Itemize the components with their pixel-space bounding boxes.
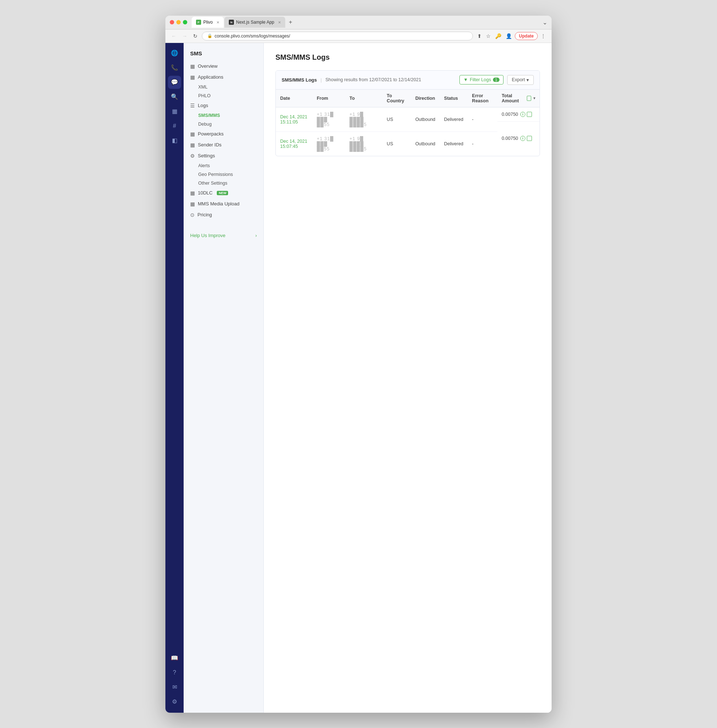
sidebar-help-link[interactable]: Help Us Improve ›: [184, 229, 263, 242]
overview-icon: ▦: [190, 63, 195, 69]
sidebar-item-10dlc-label: 10DLC: [198, 190, 212, 196]
addressbar: ← → ↻ 🔒 console.plivo.com/sms/logs/messa…: [165, 29, 552, 43]
cell-from-1: +1 31█ ███ ██55: [312, 131, 345, 156]
sidebar-item-mms-media[interactable]: ▦ MMS Media Upload: [184, 198, 263, 209]
help-chevron-icon: ›: [255, 233, 257, 238]
nav-icon-sms[interactable]: 💬: [168, 76, 181, 89]
sidebar-item-powerpacks[interactable]: ▦ Powerpacks: [184, 129, 263, 140]
nav-sidebar: SMS ▦ Overview ▦ Applications XML PHLO ☰: [184, 43, 264, 713]
sidebar-item-pricing-label: Pricing: [197, 212, 212, 218]
sidebar-sub-other-settings[interactable]: Other Settings: [184, 179, 263, 187]
row-checkbox-1[interactable]: [527, 136, 532, 141]
sidebar-item-settings[interactable]: ⚙ Settings: [184, 151, 263, 161]
profile-button[interactable]: 👤: [504, 32, 513, 40]
nav-icon-settings[interactable]: ⚙: [168, 695, 181, 708]
share-button[interactable]: ⬆: [476, 32, 483, 40]
sidebar-item-applications[interactable]: ▦ Applications: [184, 72, 263, 83]
cell-date-0[interactable]: Dec 14, 2021 15:11:05: [276, 107, 312, 131]
filter-logs-button[interactable]: ▼ Filter Logs 1: [459, 75, 503, 84]
sidebar-help-section: Help Us Improve ›: [184, 229, 263, 242]
logs-panel-header: SMS/MMS Logs | Showing results from 12/0…: [276, 71, 540, 90]
sidebar-item-overview[interactable]: ▦ Overview: [184, 61, 263, 72]
bookmark-button[interactable]: ☆: [485, 32, 492, 40]
maximize-button[interactable]: [183, 20, 187, 24]
update-button[interactable]: Update: [515, 32, 538, 40]
tabs-more-button[interactable]: ⌄: [543, 19, 547, 26]
filter-logs-label: Filter Logs: [470, 77, 491, 82]
sidebar-sub-xml[interactable]: XML: [184, 83, 263, 91]
sidebar-item-sender-ids-label: Sender IDs: [198, 142, 221, 148]
nav-icon-grid[interactable]: ▦: [168, 105, 181, 118]
tab-plivo-close[interactable]: ✕: [217, 20, 219, 24]
col-to-country: To Country: [383, 90, 411, 107]
forward-button[interactable]: →: [181, 32, 189, 40]
logs-date-range: Showing results from 12/07/2021 to 12/14…: [325, 77, 421, 82]
nextjs-favicon: N: [229, 20, 234, 25]
back-button[interactable]: ←: [170, 32, 178, 40]
nav-icon-panel[interactable]: ◧: [168, 134, 181, 147]
sidebar-item-powerpacks-label: Powerpacks: [198, 131, 224, 137]
cell-country-0: US: [383, 107, 411, 131]
nav-icon-message[interactable]: ✉: [168, 681, 181, 694]
settings-icon: ⚙: [190, 153, 195, 159]
sidebar-item-logs[interactable]: ☰ Logs: [184, 100, 263, 111]
logs-icon: ☰: [190, 103, 195, 108]
lock-icon: 🔒: [207, 34, 212, 38]
total-amount-label: Total Amount: [502, 93, 525, 104]
nav-icon-book[interactable]: 📖: [168, 652, 181, 665]
sidebar-sub-alerts[interactable]: Alerts: [184, 161, 263, 170]
nav-icon-globe[interactable]: 🌐: [168, 47, 181, 60]
refresh-button[interactable]: ↻: [192, 32, 199, 40]
export-label: Export: [512, 77, 525, 82]
export-button[interactable]: Export ▾: [507, 75, 534, 85]
powerpacks-icon: ▦: [190, 131, 195, 137]
sidebar-sub-smsmms[interactable]: SMS/MMS: [184, 111, 263, 120]
address-box[interactable]: 🔒 console.plivo.com/sms/logs/messages/: [202, 32, 473, 40]
cell-status-1: Delivered: [440, 131, 468, 156]
tab-nextjs-close[interactable]: ✕: [278, 20, 281, 24]
cell-status-0: Delivered: [440, 107, 468, 131]
amount-info-icon-0[interactable]: i: [520, 112, 525, 117]
logs-title-group: SMS/MMS Logs | Showing results from 12/0…: [282, 77, 421, 83]
sidebar-item-pricing[interactable]: ⊙ Pricing: [184, 209, 263, 220]
col-direction: Direction: [411, 90, 440, 107]
plivo-favicon: P: [196, 20, 201, 25]
logs-table-body: Dec 14, 2021 15:11:05 +1 31█ ███ ██55 +1…: [276, 107, 540, 156]
logs-panel-title: SMS/MMS Logs: [282, 77, 317, 83]
nav-icon-phone[interactable]: 📞: [168, 61, 181, 74]
sidebar-sub-debug[interactable]: Debug: [184, 120, 263, 129]
sender-ids-icon: ▦: [190, 142, 195, 148]
help-us-improve-label: Help Us Improve: [190, 233, 226, 238]
dlc-icon: ▦: [190, 190, 195, 196]
new-tab-button[interactable]: +: [286, 19, 295, 26]
row-checkbox-0[interactable]: [527, 112, 532, 117]
cell-date-1[interactable]: Dec 14, 2021 15:07:45: [276, 131, 312, 156]
sidebar-item-10dlc[interactable]: ▦ 10DLC NEW: [184, 187, 263, 198]
table-row: Dec 14, 2021 15:07:45 +1 31█ ███ ██55 +1…: [276, 131, 540, 156]
cell-amount-0: 0.00750 i: [497, 107, 540, 122]
menu-button[interactable]: ⋮: [539, 32, 547, 40]
cell-amount-1: 0.00750 i: [497, 131, 540, 145]
nav-icon-search[interactable]: 🔍: [168, 90, 181, 104]
cell-from-0: +1 31█ ███ ██55: [312, 107, 345, 131]
nav-icon-help[interactable]: ?: [168, 666, 181, 679]
sidebar-sub-phlo[interactable]: PHLO: [184, 91, 263, 100]
col-chevron-icon[interactable]: ▾: [533, 96, 535, 100]
extensions-button[interactable]: 🔑: [494, 32, 503, 40]
nav-icon-hash[interactable]: #: [168, 119, 181, 133]
close-button[interactable]: [170, 20, 174, 24]
cell-to-1: +1 9█ ████ ████5: [345, 131, 382, 156]
tab-nextjs[interactable]: N Next.js Sample App ✕: [224, 17, 285, 28]
cell-country-1: US: [383, 131, 411, 156]
logs-separator: |: [320, 77, 322, 83]
sidebar-item-sender-ids[interactable]: ▦ Sender IDs: [184, 140, 263, 151]
amount-info-icon-1[interactable]: i: [520, 136, 525, 141]
tab-plivo[interactable]: P Plivo ✕: [192, 17, 224, 28]
minimize-button[interactable]: [176, 20, 181, 24]
cell-direction-1: Outbound: [411, 131, 440, 156]
logs-panel: SMS/MMS Logs | Showing results from 12/0…: [275, 70, 540, 156]
cell-error-1: -: [468, 131, 497, 156]
header-checkbox[interactable]: [527, 96, 531, 101]
main-content: SMS/MMS Logs SMS/MMS Logs | Showing resu…: [264, 43, 552, 713]
sidebar-sub-geo-permissions[interactable]: Geo Permissions: [184, 170, 263, 179]
